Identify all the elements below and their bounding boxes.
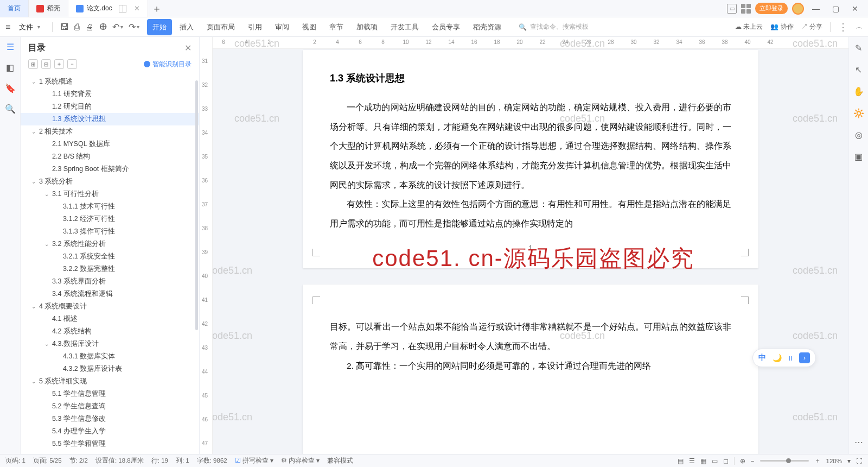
view-web-icon[interactable]: ▦: [700, 457, 706, 465]
chevron-down-icon[interactable]: ⌄: [31, 304, 39, 310]
toc-item[interactable]: 3.2.1 系统安全性: [21, 250, 199, 263]
expand-all-button[interactable]: ⊞: [28, 59, 38, 69]
outline-icon[interactable]: ☰: [5, 41, 16, 52]
content-check[interactable]: ⚙ 内容检查 ▾: [281, 457, 320, 465]
menu-页面布局[interactable]: 页面布局: [201, 19, 240, 35]
toc-item[interactable]: 5.3 学生信息修改: [21, 413, 199, 425]
print-icon[interactable]: 🖨: [85, 22, 94, 32]
toc-item[interactable]: 3.2.2 数据完整性: [21, 263, 199, 275]
toc-item[interactable]: 1.2 研究目的: [21, 100, 199, 113]
toc-item[interactable]: ⌄5 系统详细实现: [21, 375, 199, 388]
chevron-down-icon[interactable]: ⌄: [44, 241, 52, 247]
avatar-icon[interactable]: [792, 3, 804, 15]
toc-item[interactable]: ⌄4 系统概要设计: [21, 300, 199, 313]
format-painter-icon[interactable]: ⴲ: [99, 22, 107, 32]
toc-item[interactable]: 3.1.2 经济可行性: [21, 213, 199, 225]
spell-check[interactable]: 拼写检查 ▾: [235, 457, 273, 465]
outline-scrollbar[interactable]: [195, 80, 198, 330]
find-icon[interactable]: 🔍: [5, 103, 16, 114]
chevron-down-icon[interactable]: ⌄: [31, 378, 39, 384]
toc-item[interactable]: ⌄1 系统概述: [21, 75, 199, 88]
compass-icon[interactable]: ◎: [853, 129, 864, 140]
menu-审阅[interactable]: 审阅: [270, 19, 295, 35]
zoom-level[interactable]: 120%: [826, 458, 842, 464]
expand-icon[interactable]: ›: [799, 352, 810, 363]
zoom-out-button[interactable]: −: [751, 458, 755, 464]
toc-item[interactable]: 1.3 系统设计思想: [21, 113, 199, 125]
tab-0[interactable]: 首页: [0, 0, 29, 17]
dots-icon[interactable]: ıı: [788, 354, 793, 362]
more-tools-icon[interactable]: ⋯: [853, 437, 864, 447]
toc-item[interactable]: 5.2 学生信息查询: [21, 400, 199, 413]
collapse-all-button[interactable]: ⊟: [41, 59, 51, 69]
status-section[interactable]: 节: 2/2: [69, 457, 88, 465]
cloud-status[interactable]: ☁ 未上云: [735, 22, 763, 31]
cursor-icon[interactable]: ↖: [853, 64, 864, 75]
toc-item[interactable]: 2.3 Spring Boot 框架简介: [21, 163, 199, 175]
menu-视图[interactable]: 视图: [297, 19, 322, 35]
add-tab-button[interactable]: ＋: [148, 2, 165, 15]
fit-icon[interactable]: ⊕: [740, 457, 745, 465]
ime-float-bar[interactable]: 中 🌙 ıı ›: [752, 349, 816, 367]
menu-开始[interactable]: 开始: [147, 19, 172, 35]
more-icon[interactable]: ⋮: [838, 21, 848, 33]
toc-item[interactable]: 4.2 系统结构: [21, 325, 199, 338]
menu-开发工具[interactable]: 开发工具: [385, 19, 424, 35]
status-col[interactable]: 列: 1: [176, 457, 189, 465]
view-page-icon[interactable]: ▤: [678, 457, 684, 465]
chevron-down-icon[interactable]: ⌄: [44, 191, 52, 197]
status-page-num[interactable]: 页码: 1: [5, 457, 25, 465]
pen-icon[interactable]: ✎: [853, 42, 864, 53]
menu-稻壳资源[interactable]: 稻壳资源: [468, 19, 507, 35]
status-words[interactable]: 字数: 9862: [197, 457, 227, 465]
undo-icon[interactable]: ↶▾: [112, 22, 123, 32]
menu-加载项[interactable]: 加载项: [351, 19, 383, 35]
hand-icon[interactable]: ✋: [853, 86, 864, 97]
smart-toc-button[interactable]: 智能识别目录: [144, 60, 192, 69]
print-preview-icon[interactable]: ⎙: [74, 22, 80, 32]
toc-item[interactable]: ⌄3 系统分析: [21, 175, 199, 188]
login-button[interactable]: 立即登录: [755, 3, 788, 14]
ai-icon[interactable]: 🔆: [853, 108, 864, 118]
layout-icon[interactable]: ▭: [727, 4, 737, 14]
menu-会员专享[interactable]: 会员专享: [426, 19, 465, 35]
toc-item[interactable]: 5.1 学生信息管理: [21, 388, 199, 400]
tab-1[interactable]: 稻壳: [29, 0, 68, 17]
level-up-button[interactable]: ＋: [54, 59, 64, 69]
toc-item[interactable]: ⌄4.3.数据库设计: [21, 338, 199, 350]
view-focus-icon[interactable]: ◻: [723, 457, 729, 465]
split-view-icon[interactable]: [119, 5, 126, 12]
toc-item[interactable]: 4.1 概述: [21, 313, 199, 325]
zoom-in-button[interactable]: ＋: [814, 457, 821, 465]
chevron-down-icon[interactable]: ⌄: [31, 79, 39, 85]
toc-item[interactable]: 3.4 系统流程和逻辑: [21, 288, 199, 300]
chevron-down-icon[interactable]: ⌄: [31, 129, 39, 135]
toc-item[interactable]: 3.1.3 操作可行性: [21, 225, 199, 238]
status-line[interactable]: 行: 19: [151, 457, 168, 465]
toc-item[interactable]: 1.1 研究背景: [21, 88, 199, 100]
screen-icon[interactable]: ▣: [853, 151, 864, 162]
toc-item[interactable]: ⌄3.1 可行性分析: [21, 188, 199, 200]
toc-item[interactable]: 2.2 B/S 结构: [21, 150, 199, 163]
search-box[interactable]: 🔍 查找命令、搜索模板: [519, 22, 589, 31]
minimize-button[interactable]: —: [808, 1, 824, 16]
redo-icon[interactable]: ↷▾: [129, 22, 139, 32]
moon-icon[interactable]: 🌙: [773, 354, 782, 362]
toc-item[interactable]: 3.1.1 技术可行性: [21, 200, 199, 213]
chevron-down-icon[interactable]: ⌄: [44, 341, 52, 347]
file-menu[interactable]: 文件▾: [15, 21, 44, 33]
view-read-icon[interactable]: ▭: [712, 457, 718, 465]
menu-插入[interactable]: 插入: [174, 19, 199, 35]
collapse-ribbon-icon[interactable]: ︿: [856, 22, 863, 31]
toc-item[interactable]: 5.4 办理学生入学: [21, 425, 199, 438]
close-tab-icon[interactable]: ✕: [134, 4, 140, 12]
save-icon[interactable]: 🖫: [60, 22, 69, 32]
fullscreen-icon[interactable]: ⛶: [856, 458, 863, 464]
tab-2[interactable]: 论文.doc✕: [68, 0, 148, 17]
ime-cn[interactable]: 中: [758, 353, 766, 363]
maximize-button[interactable]: ▢: [828, 1, 843, 16]
toc-item[interactable]: ⌄2 相关技术: [21, 125, 199, 138]
bookmark-icon[interactable]: 🔖: [5, 83, 16, 93]
view-outline-icon[interactable]: ☰: [689, 457, 695, 465]
status-setval[interactable]: 设置值: 18.8厘米: [95, 457, 144, 465]
